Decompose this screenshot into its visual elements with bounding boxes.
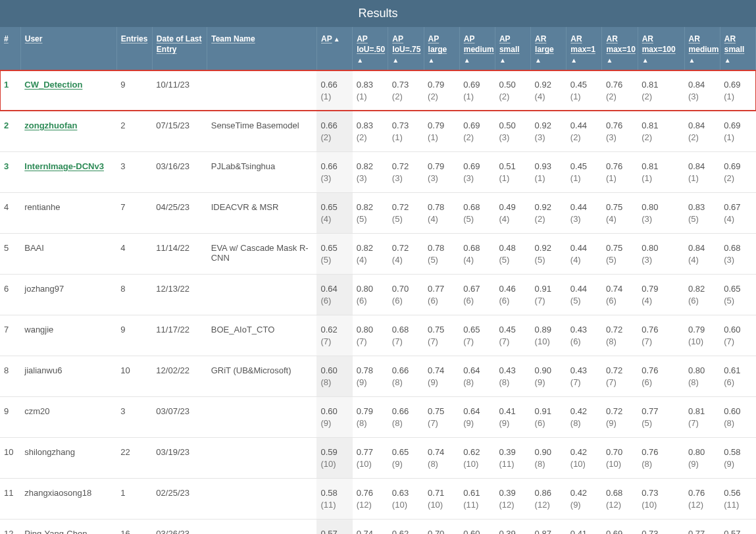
metric-rank: (3): [724, 255, 751, 265]
metric-rank: (7): [320, 336, 348, 346]
user-cell[interactable]: shilongzhang: [20, 437, 116, 478]
metric-rank: (7): [428, 418, 455, 428]
metric-value: 0.77: [688, 529, 716, 534]
col-header[interactable]: AR small▲: [720, 27, 755, 70]
team-cell: [207, 274, 317, 315]
user-cell[interactable]: jozhang97: [20, 274, 116, 315]
col-header: User: [20, 27, 116, 70]
metric-cell: 0.51(1): [495, 151, 530, 192]
metric-cell: 0.39(12): [495, 478, 530, 519]
sort-asc-icon: ▲: [689, 56, 716, 65]
rank-cell: 4: [0, 192, 20, 233]
metric-value: 0.76: [606, 80, 634, 90]
user-cell[interactable]: Ping-Yang-Chen: [20, 519, 116, 534]
user-cell[interactable]: BAAI: [20, 233, 116, 274]
col-header: #: [0, 27, 20, 70]
entries-cell: 16: [116, 519, 152, 534]
col-header[interactable]: AP IoU=.75▲: [388, 27, 424, 70]
metric-value: 0.73: [392, 120, 420, 130]
col-header[interactable]: AP IoU=.50▲: [353, 27, 388, 70]
metric-cell: 0.77(10): [353, 437, 388, 478]
metric-rank: (3): [428, 173, 455, 183]
metric-value: 0.84: [688, 243, 716, 253]
rank-cell: 11: [0, 478, 20, 519]
metric-cell: 0.82(5): [353, 192, 388, 233]
metric-cell: 0.74(13): [353, 519, 388, 534]
col-header[interactable]: AR max=10▲: [602, 27, 638, 70]
metric-value: 0.42: [570, 406, 598, 416]
user-cell[interactable]: wangjie: [20, 315, 116, 356]
metric-rank: (1): [724, 92, 751, 101]
metric-cell: 0.42(10): [567, 437, 602, 478]
sort-asc-icon: ▲: [499, 56, 526, 65]
rank-cell: 2: [0, 111, 20, 151]
col-header[interactable]: AR max=1▲: [567, 27, 602, 70]
metric-rank: (7): [570, 377, 598, 387]
metric-value: 0.67: [724, 202, 751, 212]
metric-value: 0.72: [606, 325, 634, 334]
metric-rank: (9): [724, 459, 751, 469]
metric-value: 0.82: [357, 202, 384, 212]
metric-cell: 0.81(2): [638, 70, 684, 111]
user-cell[interactable]: CW_Detection: [20, 70, 116, 111]
metric-value: 0.72: [606, 406, 634, 416]
user-cell[interactable]: jialianwu6: [20, 356, 116, 396]
metric-cell: 0.86(12): [531, 478, 567, 519]
metric-rank: (10): [392, 500, 420, 510]
metric-value: 0.66: [392, 365, 420, 375]
metric-value: 0.73: [642, 529, 680, 534]
user-cell[interactable]: zhangxiaosong18: [20, 478, 116, 519]
panel-title: Results: [0, 0, 756, 27]
user-cell[interactable]: czm20: [20, 396, 116, 437]
user-cell[interactable]: rentianhe: [20, 192, 116, 233]
metric-value: 0.80: [688, 365, 716, 375]
metric-value: 0.80: [642, 243, 680, 253]
metric-value: 0.41: [499, 406, 526, 416]
col-header[interactable]: AR max=100▲: [638, 27, 684, 70]
metric-cell: 0.62(7): [316, 315, 352, 356]
metric-rank: (5): [570, 296, 598, 306]
col-header[interactable]: AP medium▲: [459, 27, 495, 70]
user-cell[interactable]: InternImage-DCNv3: [20, 151, 116, 192]
metric-cell: 0.60(7): [720, 315, 755, 356]
user-cell[interactable]: zongzhuofan: [20, 111, 116, 151]
metric-rank: (8): [642, 459, 680, 469]
metric-cell: 0.39(13): [495, 519, 530, 534]
team-cell: GRiT (UB&Microsoft): [207, 356, 317, 396]
metric-value: 0.81: [642, 120, 680, 130]
metric-cell: 0.87(11): [531, 519, 567, 534]
metric-value: 0.86: [535, 488, 563, 498]
metric-rank: (3): [606, 132, 634, 142]
metric-rank: (3): [688, 92, 716, 101]
table-row: 10shilongzhang2203/19/230.59(10)0.77(10)…: [0, 437, 756, 478]
date-cell: 10/11/23: [152, 70, 207, 111]
metric-value: 0.70: [392, 284, 420, 294]
metric-value: 0.75: [606, 202, 634, 212]
metric-rank: (3): [463, 173, 491, 183]
metric-value: 0.87: [535, 529, 563, 534]
col-header[interactable]: AP large▲: [424, 27, 459, 70]
metric-rank: (3): [535, 132, 563, 142]
col-header[interactable]: AR large▲: [531, 27, 567, 70]
col-header[interactable]: AP▲: [316, 27, 352, 70]
metric-cell: 0.44(3): [567, 192, 602, 233]
results-panel: Results #UserEntriesDate of Last EntryTe…: [0, 0, 756, 534]
team-cell: BOE_AIoT_CTO: [207, 315, 317, 356]
metric-rank: (12): [357, 500, 384, 510]
table-row: 3InternImage-DCNv3303/16/23PJLab&Tsinghu…: [0, 151, 756, 192]
col-header[interactable]: AP small▲: [495, 27, 530, 70]
sort-asc-icon: ▲: [724, 56, 751, 65]
col-header[interactable]: AR medium▲: [684, 27, 720, 70]
metric-value: 0.39: [499, 529, 526, 534]
metric-value: 0.44: [570, 120, 598, 130]
metric-rank: (7): [463, 336, 491, 346]
metric-cell: 0.72(9): [602, 396, 638, 437]
metric-value: 0.89: [535, 325, 563, 334]
entries-cell: 9: [116, 315, 152, 356]
metric-cell: 0.78(4): [424, 192, 459, 233]
metric-cell: 0.76(12): [684, 478, 720, 519]
metric-cell: 0.76(3): [602, 111, 638, 151]
metric-value: 0.70: [606, 447, 634, 457]
table-row: 5BAAI411/14/22EVA w/ Cascade Mask R-CNN0…: [0, 233, 756, 274]
metric-value: 0.49: [499, 202, 526, 212]
